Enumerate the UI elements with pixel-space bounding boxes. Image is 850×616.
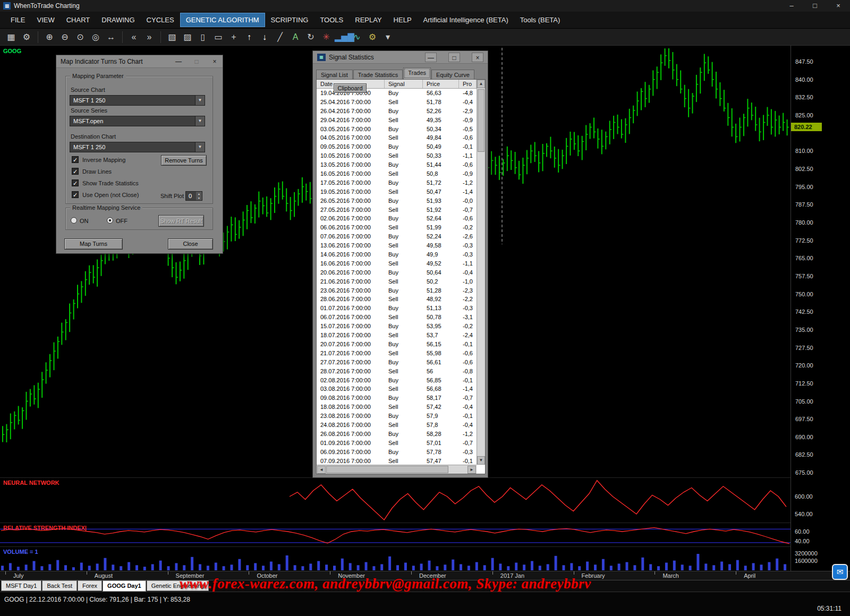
tab-trade-statistics[interactable]: Trade Statistics	[353, 70, 403, 79]
menu-item-artificial-intelligence-beta-[interactable]: Artificial Intelligence (BETA)	[418, 13, 514, 27]
table-row[interactable]: 27.07.2016 7:00:00Buy56,61-0,6	[317, 358, 477, 367]
table-row[interactable]: 03.08.2016 7:00:00Sell56,68-1,4	[317, 384, 477, 393]
table-row[interactable]: 26.08.2016 7:00:00Buy58,28-1,2	[317, 430, 477, 439]
column-header-signal[interactable]: Signal	[385, 80, 423, 88]
bar-chart-icon[interactable]: ▂▅▇	[335, 30, 348, 44]
line-draw-icon[interactable]: ╱	[273, 30, 287, 44]
chart-tab-back-test[interactable]: Back Test	[42, 580, 77, 591]
chat-widget-icon[interactable]: ✉	[832, 564, 848, 580]
table-row[interactable]: 20.06.2016 7:00:00Buy50,64-0,4	[317, 268, 477, 277]
table-row[interactable]: 21.06.2016 7:00:00Sell50,2-1,0	[317, 277, 477, 286]
tablet-icon[interactable]: ▯	[196, 30, 210, 44]
scroll-left-button[interactable]: ◄	[317, 466, 326, 474]
table-row[interactable]: 01.07.2016 7:00:00Buy51,13-0,3	[317, 304, 477, 313]
dialog-minimize-button[interactable]: —	[173, 57, 184, 66]
rt-on-radio[interactable]	[71, 217, 77, 224]
table-row[interactable]: 02.08.2016 7:00:00Buy56,85-0,1	[317, 376, 477, 385]
table-row[interactable]: 01.09.2016 7:00:00Sell57,01-0,7	[317, 439, 477, 448]
shift-plot-stepper[interactable]: 0 ▲▼	[185, 191, 202, 201]
draw-lines-checkbox[interactable]: ✓	[72, 168, 79, 175]
text-format-icon[interactable]: A	[288, 30, 302, 44]
scroll-right-button[interactable]: ►	[468, 466, 476, 474]
table-row[interactable]: 13.06.2016 7:00:00Sell49,58-0,3	[317, 241, 477, 250]
table-row[interactable]: 10.05.2016 7:00:00Sell50,33-1,1	[317, 151, 477, 160]
menu-item-scripting[interactable]: SCRIPTING	[266, 13, 314, 27]
menu-item-drawing[interactable]: DRAWING	[96, 13, 140, 27]
source-chart-select[interactable]: MSFT 1 250 ▼	[70, 95, 205, 106]
dialog-close-button[interactable]: ×	[472, 53, 483, 62]
menu-item-chart[interactable]: CHART	[61, 13, 96, 27]
chevron-down-icon[interactable]: ▼	[195, 116, 205, 126]
table-row[interactable]: 06.06.2016 7:00:00Sell51,99-0,2	[317, 223, 477, 232]
table-row[interactable]: 23.08.2016 7:00:00Buy57,9-0,1	[317, 412, 477, 421]
table-row[interactable]: 23.06.2016 7:00:00Buy51,28-2,3	[317, 286, 477, 295]
table-row[interactable]: 03.05.2016 7:00:00Buy50,34-0,5	[317, 125, 477, 134]
close-button[interactable]: ×	[827, 0, 850, 12]
column-header-price[interactable]: Price	[423, 80, 459, 88]
refresh-icon[interactable]: ↻	[304, 30, 318, 44]
table-row[interactable]: 26.04.2016 7:00:00Buy52,26-2,9	[317, 107, 477, 116]
table-row[interactable]: 27.05.2016 7:00:00Sell51,92-0,7	[317, 206, 477, 215]
menu-item-help[interactable]: HELP	[388, 13, 417, 27]
table-row[interactable]: 18.07.2016 7:00:00Sell53,7-2,4	[317, 331, 477, 340]
table-row[interactable]: 29.04.2016 7:00:00Sell49,35-0,9	[317, 116, 477, 125]
chart-settings-icon[interactable]: ▦	[4, 30, 18, 44]
menu-item-tools[interactable]: TOOLS	[314, 13, 348, 27]
arrow-up-icon[interactable]: ↑	[242, 30, 256, 44]
table-row[interactable]: 14.06.2016 7:00:00Buy49,9-0,3	[317, 250, 477, 259]
scrollbar-thumb[interactable]	[326, 466, 448, 473]
vertical-scrollbar[interactable]: ▲ ▼	[477, 80, 485, 465]
menu-item-genetic-algorithm[interactable]: GENETIC ALGORITHM	[181, 13, 265, 27]
chart-tab-msft-day1[interactable]: MSFT Day1	[1, 580, 41, 591]
inverse-mapping-checkbox[interactable]: ✓	[72, 156, 79, 163]
wrench-icon[interactable]: ⚙	[20, 30, 33, 44]
menu-item-file[interactable]: FILE	[5, 13, 30, 27]
table-row[interactable]: 19.05.2016 7:00:00Sell50,47-1,4	[317, 187, 477, 196]
menu-item-cycles[interactable]: CYCLES	[141, 13, 180, 27]
zoom-out-icon[interactable]: ⊖	[58, 30, 72, 44]
destination-chart-select[interactable]: MSFT 1 250 ▼	[70, 142, 205, 152]
remove-turns-button[interactable]: Remove Turns	[161, 155, 207, 166]
dialog-title-bar[interactable]: ▦ Signal Statistics — □ ×	[313, 51, 488, 64]
chart-tab-forex[interactable]: Forex	[78, 580, 102, 591]
table-row[interactable]: 07.06.2016 7:00:00Buy52,24-2,6	[317, 232, 477, 241]
table-row[interactable]: 15.07.2016 7:00:00Buy53,95-0,2	[317, 322, 477, 331]
phone-icon[interactable]: ▭	[211, 30, 225, 44]
table-row[interactable]: 06.09.2016 7:00:00Buy57,78-0,3	[317, 448, 477, 457]
tab-signal-list[interactable]: Signal List	[316, 70, 353, 79]
rt-off-radio[interactable]	[107, 217, 113, 224]
zoom-area-icon[interactable]: ⊙	[73, 30, 87, 44]
line-chart-icon[interactable]: ∿	[350, 30, 364, 44]
table-row[interactable]: 25.04.2016 7:00:00Sell51,78-0,4	[317, 98, 477, 107]
map-turns-button[interactable]: Map Turns	[64, 238, 123, 250]
horizontal-scrollbar[interactable]: ◄ ►	[317, 465, 477, 474]
zoom-in-icon[interactable]: ⊕	[42, 30, 56, 44]
column-header-pro[interactable]: Pro	[459, 80, 477, 88]
table-row[interactable]: 18.08.2016 7:00:00Sell57,42-0,4	[317, 403, 477, 412]
dialog-maximize-button[interactable]: □	[448, 53, 460, 62]
arrow-down-icon[interactable]: ↓	[258, 30, 271, 44]
chevron-down-icon[interactable]: ▼	[195, 96, 205, 105]
table-row[interactable]: 04.05.2016 7:00:00Sell49,84-0,6	[317, 133, 477, 142]
dialog-title-bar[interactable]: Map Indicator Turns To Chart — □ ×	[56, 55, 223, 68]
dialog-close-button[interactable]: ×	[209, 57, 220, 66]
table-row[interactable]: 16.05.2016 7:00:00Sell50,8-0,9	[317, 169, 477, 178]
source-series-select[interactable]: MSFT.open ▼	[70, 116, 205, 126]
table-row[interactable]: 09.05.2016 7:00:00Buy50,49-0,1	[317, 142, 477, 151]
maximize-button[interactable]: □	[803, 0, 827, 12]
scroll-down-button[interactable]: ▼	[477, 456, 485, 465]
minimize-button[interactable]: –	[780, 0, 803, 12]
dialog-minimize-button[interactable]: —	[425, 53, 437, 62]
use-open-checkbox[interactable]: ✓	[72, 191, 79, 198]
table-row[interactable]: 16.06.2016 7:00:00Sell49,52-1,1	[317, 259, 477, 268]
scrollbar-thumb[interactable]	[478, 89, 484, 152]
show-trade-statistics-checkbox[interactable]: ✓	[72, 179, 79, 186]
chevron-down-icon[interactable]: ▼	[195, 142, 205, 152]
chart-tab-goog-day1[interactable]: GOOG Day1	[103, 580, 146, 592]
gear-chart-icon[interactable]: ⚙	[366, 30, 379, 44]
select-region-icon[interactable]: ▧	[165, 30, 179, 44]
table-row[interactable]: 06.07.2016 7:00:00Sell50,78-3,1	[317, 313, 477, 322]
table-row[interactable]: 26.05.2016 7:00:00Buy51,93-0,0	[317, 196, 477, 206]
close-button[interactable]: Close	[168, 238, 213, 250]
skip-back-icon[interactable]: «	[127, 30, 141, 44]
